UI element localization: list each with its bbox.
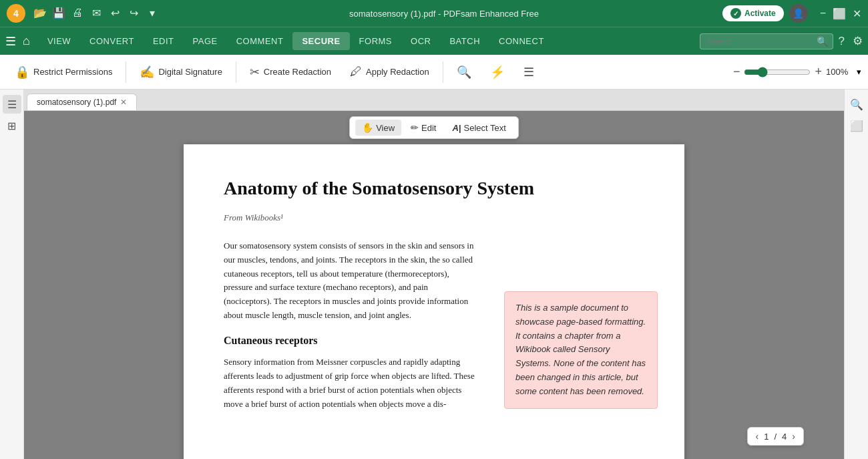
right-sidebar: 🔍 ⬜ <box>844 90 868 459</box>
toolbar-divider-3 <box>443 61 443 83</box>
prev-page-button[interactable]: ‹ <box>756 431 759 442</box>
edit-label: Edit <box>421 123 436 133</box>
open-icon[interactable]: 📂 <box>33 7 47 20</box>
help-icon[interactable]: ? <box>839 35 845 48</box>
tab-close-button[interactable]: ✕ <box>120 98 127 107</box>
window-title: somatosensory (1).pdf - PDFsam Enhanced … <box>166 9 722 19</box>
menu-search-input[interactable] <box>700 33 833 49</box>
pdf-tab[interactable]: somatosensory (1).pdf ✕ <box>27 94 137 110</box>
pdf-section-1-title: Cutaneous receptors <box>224 332 477 349</box>
pdf-two-col: Our somatosensory system consists of sen… <box>224 239 644 421</box>
floating-toolbar: ✋ View ✏ Edit A| Select Text <box>349 116 519 139</box>
digital-signature-button[interactable]: ✍ Digital Signature <box>132 61 230 84</box>
menu-item-secure[interactable]: SECURE <box>292 32 349 50</box>
maximize-button[interactable]: ⬜ <box>833 7 846 20</box>
pdf-area[interactable]: ✋ View ✏ Edit A| Select Text Anatomy of … <box>24 111 844 459</box>
menu-item-batch[interactable]: BATCH <box>440 32 489 50</box>
view-mode-button[interactable]: ✋ View <box>355 120 401 136</box>
menu-items: VIEW CONVERT EDIT PAGE COMMENT SECURE FO… <box>38 32 700 50</box>
menu-bar: ☰ ⌂ VIEW CONVERT EDIT PAGE COMMENT SECUR… <box>0 27 868 55</box>
zoom-control: − + 100% ▾ <box>733 65 861 79</box>
edit-icon: ✏ <box>411 122 419 133</box>
next-page-button[interactable]: › <box>792 431 795 442</box>
close-button[interactable]: ✕ <box>853 7 861 20</box>
select-text-icon: A| <box>452 123 461 133</box>
digital-signature-label: Digital Signature <box>158 67 222 77</box>
pdf-title: Anatomy of the Somatosensory System <box>224 178 644 199</box>
toolbar: 🔒 Restrict Permissions ✍ Digital Signatu… <box>0 55 868 90</box>
save-icon[interactable]: 💾 <box>52 7 65 20</box>
main-area: ☰ ⊞ somatosensory (1).pdf ✕ ✋ View ✏ Edi… <box>0 90 868 459</box>
pdf-subtitle: From Wikibooks¹ <box>224 212 644 223</box>
menu-item-forms[interactable]: FORMS <box>350 32 401 50</box>
create-redaction-label: Create Redaction <box>264 67 331 77</box>
pdf-body: Our somatosensory system consists of sen… <box>224 239 477 412</box>
title-bar-icons: 📂 💾 🖨 ✉ ↩ ↪ ▾ <box>33 7 159 20</box>
create-redaction-button[interactable]: ✂ Create Redaction <box>242 61 339 84</box>
apply-redaction-label: Apply Redaction <box>366 67 429 77</box>
properties-button[interactable]: ☰ <box>515 61 542 84</box>
right-search-button[interactable]: 🔍 <box>847 95 866 114</box>
pdf-paragraph-2: Sensory information from Meissner corpus… <box>224 355 477 411</box>
page-navigation: ‹ 1 / 4 › <box>747 427 804 446</box>
zoom-value-label: 100% <box>826 67 853 77</box>
hamburger-menu-icon[interactable]: ☰ <box>5 34 16 49</box>
page-separator: / <box>774 432 777 442</box>
restrict-permissions-label: Restrict Permissions <box>33 67 112 77</box>
menu-item-page[interactable]: PAGE <box>184 32 227 50</box>
pdf-pink-box: This is a sample document to showcase pa… <box>504 291 658 409</box>
right-panel-button[interactable]: ⬜ <box>847 116 866 135</box>
toolbar-divider-2 <box>236 61 236 83</box>
undo-icon[interactable]: ↩ <box>108 7 122 20</box>
edit-mode-button[interactable]: ✏ Edit <box>404 120 443 136</box>
sanitize-button[interactable]: ⚡ <box>482 61 513 84</box>
properties-icon: ☰ <box>523 65 534 80</box>
pdf-page: Anatomy of the Somatosensory System From… <box>184 144 684 459</box>
view-icon: ✋ <box>362 122 373 133</box>
menu-item-comment[interactable]: COMMENT <box>227 32 293 50</box>
activate-check-icon: ✓ <box>730 8 741 19</box>
apply-redaction-button[interactable]: 🖊 Apply Redaction <box>342 61 437 83</box>
print-icon[interactable]: 🖨 <box>71 7 84 20</box>
select-text-button[interactable]: A| Select Text <box>445 120 512 136</box>
activate-button[interactable]: ✓ Activate <box>722 5 784 21</box>
settings-icon[interactable]: ⚙ <box>853 34 863 48</box>
minimize-button[interactable]: − <box>820 7 826 19</box>
redo-icon[interactable]: ↪ <box>127 7 140 20</box>
sidebar-thumbnails-button[interactable]: ⊞ <box>3 116 21 135</box>
zoom-dropdown-button[interactable]: ▾ <box>857 67 861 77</box>
tab-filename: somatosensory (1).pdf <box>37 98 116 107</box>
search-icon: 🔍 <box>817 36 828 47</box>
left-sidebar: ☰ ⊞ <box>0 90 24 459</box>
menu-item-ocr[interactable]: OCR <box>401 32 440 50</box>
menu-item-connect[interactable]: CONNECT <box>489 32 554 50</box>
window-controls: − ⬜ ✕ <box>820 7 861 20</box>
menu-item-view[interactable]: VIEW <box>38 32 80 50</box>
redaction-apply-icon: 🖊 <box>350 65 362 79</box>
title-bar-right: ✓ Activate 👤 − ⬜ ✕ <box>722 4 861 23</box>
pdf-main-col: Our somatosensory system consists of sen… <box>224 239 477 421</box>
email-icon[interactable]: ✉ <box>89 7 103 20</box>
dropdown-icon[interactable]: ▾ <box>146 7 159 20</box>
title-bar: 4 📂 💾 🖨 ✉ ↩ ↪ ▾ somatosensory (1).pdf - … <box>0 0 868 27</box>
toolbar-divider-1 <box>126 61 126 83</box>
zoom-in-button[interactable]: + <box>815 65 822 79</box>
pdf-side-col: This is a sample document to showcase pa… <box>491 239 644 421</box>
lock-icon: 🔒 <box>15 65 29 80</box>
home-icon[interactable]: ⌂ <box>23 34 30 48</box>
zoom-slider[interactable] <box>744 67 811 78</box>
search-toolbar-icon: 🔍 <box>457 65 471 80</box>
search-toolbar-button[interactable]: 🔍 <box>449 61 479 84</box>
user-avatar[interactable]: 👤 <box>789 4 808 23</box>
select-text-label: Select Text <box>464 123 506 133</box>
pdf-paragraph-1: Our somatosensory system consists of sen… <box>224 239 477 323</box>
restrict-permissions-button[interactable]: 🔒 Restrict Permissions <box>7 61 120 84</box>
menu-item-convert[interactable]: CONVERT <box>80 32 144 50</box>
page-total: 4 <box>782 432 787 442</box>
redaction-create-icon: ✂ <box>250 65 260 80</box>
zoom-out-button[interactable]: − <box>733 65 740 79</box>
search-wrap: 🔍 <box>700 33 833 49</box>
app-logo: 4 <box>7 4 25 23</box>
sidebar-panels-button[interactable]: ☰ <box>3 95 21 114</box>
menu-item-edit[interactable]: EDIT <box>144 32 184 50</box>
